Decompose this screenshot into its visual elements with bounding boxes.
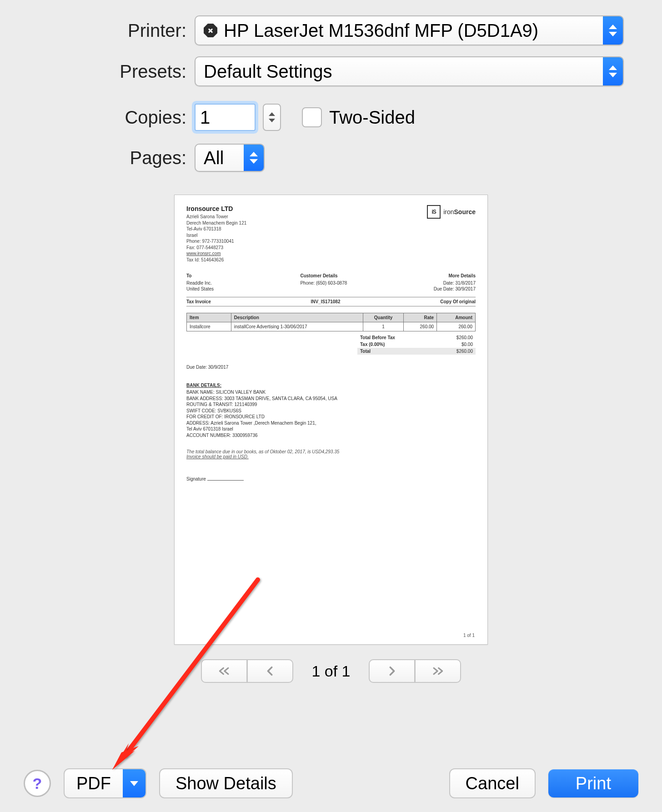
- show-details-button[interactable]: Show Details: [159, 768, 293, 798]
- doc-page-footer: 1 of 1: [463, 633, 475, 638]
- copies-label: Copies:: [14, 107, 195, 128]
- updown-icon: [603, 57, 623, 85]
- print-dialog: Printer: HP LaserJet M1536dnf MFP (D5D1A…: [0, 0, 662, 812]
- pdf-label: PDF: [65, 769, 123, 797]
- cancel-button[interactable]: Cancel: [449, 768, 536, 798]
- chevron-double-right-icon: [431, 666, 445, 676]
- doc-line-items: Item Description Quantity Rate Amount In…: [186, 313, 476, 331]
- chevron-right-icon: [385, 666, 399, 676]
- print-button[interactable]: Print: [548, 769, 638, 797]
- first-page-button[interactable]: [201, 659, 247, 683]
- help-icon: ?: [33, 775, 42, 792]
- svg-marker-2: [112, 746, 139, 770]
- doc-due-date: Due Date: 30/9/2017: [186, 365, 476, 370]
- doc-balance-note: The total balance due in our books, as o…: [186, 449, 476, 459]
- presets-select[interactable]: Default Settings: [195, 56, 624, 86]
- doc-signature: Signature: [186, 476, 476, 481]
- two-sided-label: Two-Sided: [329, 107, 415, 128]
- chevron-double-left-icon: [217, 666, 231, 676]
- copies-input[interactable]: [195, 104, 256, 131]
- pages-label: Pages:: [14, 148, 195, 168]
- pdf-menu-button[interactable]: PDF: [64, 768, 146, 798]
- doc-customer-details: Customer Details Phone: (650) 603-0878: [300, 273, 347, 292]
- last-page-button[interactable]: [415, 659, 461, 683]
- pages-value: All: [204, 148, 224, 168]
- copies-stepper[interactable]: [263, 104, 281, 131]
- printer-select[interactable]: HP LaserJet M1536dnf MFP (D5D1A9): [195, 15, 624, 45]
- updown-icon: [244, 145, 264, 171]
- prev-page-button[interactable]: [247, 659, 293, 683]
- help-button[interactable]: ?: [24, 770, 51, 797]
- printer-label: Printer:: [14, 20, 195, 41]
- preview-pager: 1 of 1: [174, 659, 488, 683]
- doc-address: Azrieli Sarona Tower Derech Menachem Beg…: [186, 214, 246, 263]
- two-sided-checkbox[interactable]: [302, 107, 322, 127]
- printer-status-offline-icon: [204, 24, 217, 37]
- preview-page: Ironsource LTD Azrieli Sarona Tower Dere…: [174, 195, 488, 645]
- doc-company: Ironsource LTD: [186, 205, 246, 212]
- pages-select[interactable]: All: [195, 144, 265, 172]
- printer-name: HP LaserJet M1536dnf MFP (D5D1A9): [224, 20, 538, 41]
- doc-invoice-row: Tax Invoice INV_IS171082 Copy Of origina…: [186, 297, 476, 306]
- dialog-footer: ? PDF Show Details Cancel Print: [0, 768, 662, 798]
- updown-icon: [603, 16, 623, 45]
- pager-label: 1 of 1: [311, 662, 350, 680]
- print-preview: Ironsource LTD Azrieli Sarona Tower Dere…: [174, 195, 488, 683]
- doc-totals: Total Before Tax$260.00 Tax (0.00%)$0.00…: [357, 334, 476, 355]
- doc-to: To Readdle Inc. United States: [186, 273, 214, 292]
- presets-label: Presets:: [14, 61, 195, 82]
- presets-value: Default Settings: [204, 61, 332, 82]
- next-page-button[interactable]: [369, 659, 415, 683]
- chevron-down-icon: [123, 769, 145, 797]
- doc-more-details: More Details Date: 31/8/2017 Due Date: 3…: [434, 273, 476, 292]
- ironsource-logo: iS ironSource: [427, 205, 476, 219]
- svg-marker-1: [112, 743, 135, 770]
- doc-bank-details: BANK DETAILS: BANK NAME: SILICON VALLEY …: [186, 382, 476, 439]
- chevron-left-icon: [263, 666, 277, 676]
